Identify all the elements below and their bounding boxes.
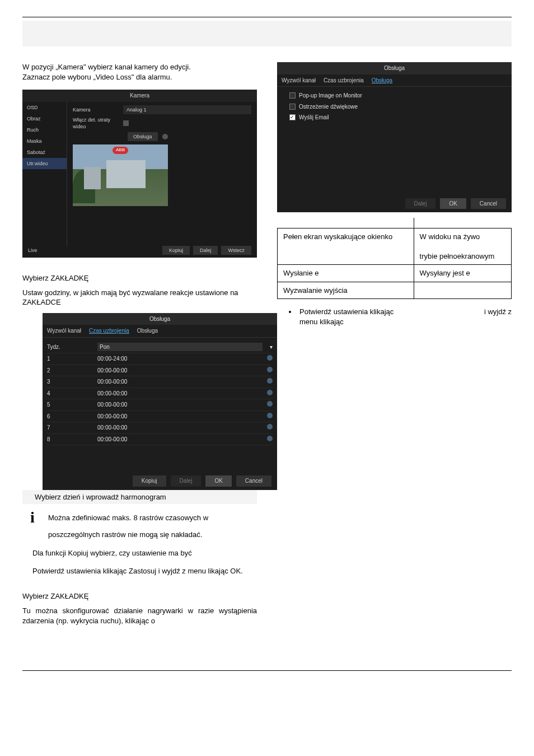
videoloss-label: Włącz det. utraty wideo: [73, 116, 123, 130]
gear-icon[interactable]: [267, 378, 273, 384]
cancel-button[interactable]: Cancel: [236, 475, 271, 487]
desc-cell: W widoku na żywo trybie pełnoekranowym: [414, 228, 511, 265]
note-line-2: poszczególnych rastrów nie mogą się nakł…: [48, 530, 257, 540]
email-checkbox[interactable]: [289, 114, 296, 120]
gear-icon[interactable]: [267, 436, 273, 441]
handle-button[interactable]: Obsługa: [128, 132, 158, 141]
gear-icon[interactable]: [267, 355, 273, 361]
bottom-rule: [22, 670, 512, 671]
screenshot-schedule: Obsługa Wyzwól kanał Czas uzbrojenia Obs…: [43, 313, 277, 490]
time-range[interactable]: 00:00-00:00: [97, 367, 263, 375]
sched-title: Obsługa: [43, 313, 277, 325]
gear-icon[interactable]: [267, 390, 273, 395]
time-range[interactable]: 00:00-00:00: [97, 390, 263, 398]
ok-button[interactable]: OK: [205, 475, 231, 487]
tab-handling[interactable]: Obsługa: [137, 327, 158, 335]
tab-trigger-channel[interactable]: Wyzwól kanał: [282, 77, 316, 85]
camera-preview: ABB: [73, 144, 168, 206]
wstecz-button[interactable]: Wstecz: [221, 246, 251, 255]
tab-handling[interactable]: Obsługa: [372, 77, 392, 85]
gear-icon[interactable]: [267, 367, 273, 372]
screenshot-kamera: Kamera OSDObrazRuchMaskaSabotażUtr.wideo…: [22, 90, 257, 258]
sidebar-item[interactable]: Ruch: [22, 124, 67, 136]
note-line-1: Można zdefiniować maks. 8 rastrów czasow…: [48, 513, 257, 523]
sidebar-item[interactable]: OSD: [22, 102, 67, 113]
dalej-button[interactable]: Dalej: [193, 246, 218, 255]
info-icon: i: [22, 510, 43, 525]
desc-cell: Wyzwalanie wyjścia: [278, 282, 414, 299]
sched-row: 100:00-24:00: [47, 353, 273, 365]
bullet-item: Potwierdź ustawienia klikając i wyjdź z …: [297, 307, 512, 326]
gear-icon[interactable]: [267, 424, 273, 430]
sidebar-item[interactable]: Utr.wideo: [22, 158, 67, 169]
top-rule: [22, 17, 512, 17]
dalej-button[interactable]: Dalej: [405, 198, 436, 209]
gear-icon[interactable]: [162, 134, 168, 139]
tab-trigger-channel[interactable]: Wyzwól kanał: [47, 327, 81, 335]
videoloss-checkbox[interactable]: [123, 120, 129, 126]
audio-checkbox[interactable]: [289, 104, 296, 110]
tab-heading-2: Wybierz ZAKŁADKĘ: [22, 591, 257, 601]
time-range[interactable]: 00:00-24:00: [97, 355, 263, 363]
intro-line-1: W pozycji „Kamera" wybierz kanał kamery …: [22, 63, 191, 71]
sidebar-item[interactable]: Sabotaż: [22, 147, 67, 158]
email-label: Wyślij Email: [299, 114, 329, 122]
ok-button[interactable]: OK: [440, 198, 466, 209]
sidebar-item[interactable]: Maska: [22, 136, 67, 147]
camera-label: Kamera: [73, 106, 123, 113]
tab-heading-1: Wybierz ZAKŁADKĘ: [22, 273, 257, 283]
tab-arming-time[interactable]: Czas uzbrojenia: [324, 77, 364, 85]
desc-cell: [414, 282, 511, 299]
header-placeholder: [22, 21, 512, 46]
week-label: Tydz.: [47, 343, 97, 351]
sched-row: 500:00-00:00: [47, 399, 273, 411]
desc-cell: Wysyłany jest e: [414, 265, 511, 282]
sched-row: 300:00-00:00: [47, 376, 273, 388]
intro-line-2: Zaznacz pole wyboru „Video Loss" dla ala…: [22, 73, 172, 81]
desc-cell: Wysłanie e: [278, 265, 414, 282]
audio-label: Ostrzeżenie dźwiękowe: [299, 103, 358, 111]
kamera-sidebar: OSDObrazRuchMaskaSabotażUtr.wideo: [22, 102, 67, 246]
popup-checkbox[interactable]: [289, 92, 296, 99]
time-range[interactable]: 00:00-00:00: [97, 424, 263, 432]
time-range[interactable]: 00:00-00:00: [97, 401, 263, 409]
note-line-3: Dla funkcji Kopiuj wybierz, czy ustawien…: [32, 548, 257, 558]
schedule-caption: Wybierz dzień i wprowadź harmonogram: [22, 490, 257, 505]
sidebar-item[interactable]: Obraz: [22, 113, 67, 124]
sched-row: 800:00-00:00: [47, 434, 273, 446]
tab-para-1: Ustaw godziny, w jakich mają być wyzwala…: [22, 288, 257, 307]
live-label: Live: [28, 247, 38, 254]
sched-row: 200:00-00:00: [47, 365, 273, 377]
time-range[interactable]: 00:00-00:00: [97, 378, 263, 386]
tab-arming-time[interactable]: Czas uzbrojenia: [89, 327, 129, 335]
kamera-title: Kamera: [22, 90, 257, 102]
week-value[interactable]: Pon: [97, 343, 263, 352]
intro-text: W pozycji „Kamera" wybierz kanał kamery …: [22, 62, 257, 82]
time-range[interactable]: 00:00-00:00: [97, 413, 263, 421]
note-line-4: Potwierdź ustawienia klikając Zastosuj i…: [32, 566, 257, 576]
popup-label: Pop-up Image on Monitor: [299, 92, 362, 100]
screenshot-handling: Obsługa Wyzwól kanał Czas uzbrojenia Obs…: [277, 62, 512, 212]
tab-para-2: Tu można skonfigurować działanie nagrywa…: [22, 606, 257, 626]
sched-row: 400:00-00:00: [47, 388, 273, 400]
handle-title: Obsługa: [277, 62, 512, 74]
desc-cell: Pełen ekran wyskakujące okienko: [278, 228, 414, 265]
gear-icon[interactable]: [267, 413, 273, 418]
dalej-button[interactable]: Dalej: [171, 475, 202, 487]
sched-row: 600:00-00:00: [47, 411, 273, 423]
cancel-button[interactable]: Cancel: [471, 198, 506, 209]
description-table: Pełen ekran wyskakujące okienko W widoku…: [277, 218, 512, 299]
camera-select[interactable]: Analog 1: [123, 105, 251, 114]
kopiuj-button[interactable]: Kopiuj: [133, 475, 166, 487]
kopiuj-button[interactable]: Kopiuj: [162, 246, 190, 255]
gear-icon[interactable]: [267, 401, 273, 407]
time-range[interactable]: 00:00-00:00: [97, 436, 263, 444]
preview-badge: ABB: [113, 147, 128, 154]
sched-row: 700:00-00:00: [47, 422, 273, 434]
